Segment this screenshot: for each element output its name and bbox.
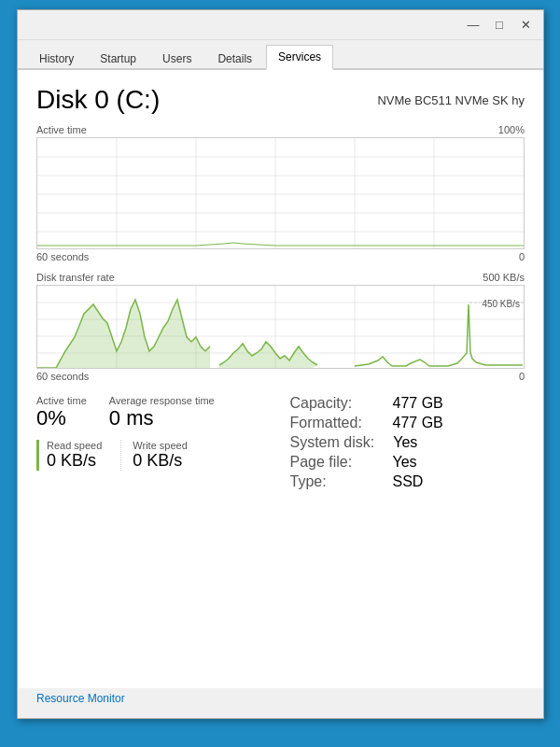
formatted-label: Formatted: xyxy=(290,415,374,431)
chart2-bottom-left: 60 seconds xyxy=(36,371,89,382)
type-value: SSD xyxy=(393,473,424,490)
speed-row: Read speed 0 KB/s Write speed 0 KB/s xyxy=(36,440,272,471)
type-row: Type: SSD xyxy=(290,473,525,490)
disk-model: NVMe BC511 NVMe SK hy xyxy=(377,93,525,107)
maximize-button[interactable]: □ xyxy=(487,15,511,35)
minimize-button[interactable]: — xyxy=(461,15,485,35)
response-time-value: 0 ms xyxy=(109,406,215,430)
chart2-label-row: Disk transfer rate 500 KB/s xyxy=(36,272,525,283)
right-stats-panel: Capacity: 477 GB Formatted: 477 GB Syste… xyxy=(272,395,525,493)
write-speed-label: Write speed xyxy=(133,440,188,451)
left-stats-panel: Active time 0% Average response time 0 m… xyxy=(36,395,272,493)
read-speed-value: 0 KB/s xyxy=(47,451,102,471)
tab-details[interactable]: Details xyxy=(205,47,264,70)
page-file-row: Page file: Yes xyxy=(290,454,525,471)
chart1-label-left: Active time xyxy=(36,124,87,135)
page-file-label: Page file: xyxy=(290,454,374,471)
system-disk-label: System disk: xyxy=(290,434,375,451)
chart2-peak-label: 450 KB/s xyxy=(482,299,520,309)
chart1-bottom-row: 60 seconds 0 xyxy=(36,251,525,262)
chart2-bottom-row: 60 seconds 0 xyxy=(36,371,525,382)
tab-services[interactable]: Services xyxy=(266,45,333,70)
active-time-value: 0% xyxy=(36,406,87,430)
system-disk-value: Yes xyxy=(393,434,417,451)
transfer-rate-section: Disk transfer rate 500 KB/s xyxy=(36,272,525,382)
formatted-row: Formatted: 477 GB xyxy=(290,415,525,431)
chart2-label-right: 500 KB/s xyxy=(483,272,525,283)
active-time-chart xyxy=(36,137,525,249)
response-time-label: Average response time xyxy=(109,395,215,406)
tab-history[interactable]: History xyxy=(27,47,86,70)
read-speed-label: Read speed xyxy=(47,440,102,451)
task-manager-window: — □ ✕ History Startup Users Details Serv… xyxy=(17,9,544,719)
active-time-section: Active time 100% xyxy=(36,124,525,262)
chart1-bottom-left: 60 seconds xyxy=(36,251,89,262)
disk-header: Disk 0 (C:) NVMe BC511 NVMe SK hy xyxy=(36,85,525,115)
tabs-bar: History Startup Users Details Services xyxy=(18,40,543,70)
close-button[interactable]: ✕ xyxy=(513,15,538,35)
chart1-bottom-right: 0 xyxy=(519,251,525,262)
window-controls: — □ ✕ xyxy=(461,15,538,35)
active-time-stat: Active time 0% xyxy=(36,395,87,430)
chart2-bottom-right: 0 xyxy=(519,371,525,382)
response-time-stat: Average response time 0 ms xyxy=(109,395,215,430)
write-speed-block: Write speed 0 KB/s xyxy=(120,440,188,471)
formatted-value: 477 GB xyxy=(393,415,443,431)
chart1-label-right: 100% xyxy=(498,124,525,135)
bottom-stats: Active time 0% Average response time 0 m… xyxy=(36,395,525,493)
title-bar: — □ ✕ xyxy=(18,10,543,40)
tab-users[interactable]: Users xyxy=(150,47,203,70)
svg-marker-20 xyxy=(219,342,317,368)
tab-startup[interactable]: Startup xyxy=(88,47,148,70)
main-content: Disk 0 (C:) NVMe BC511 NVMe SK hy Active… xyxy=(18,70,543,688)
capacity-value: 477 GB xyxy=(393,395,443,412)
read-speed-block: Read speed 0 KB/s xyxy=(36,440,102,471)
chart2-label-left: Disk transfer rate xyxy=(36,272,115,283)
page-file-value: Yes xyxy=(393,454,417,471)
transfer-rate-chart: 450 KB/s xyxy=(36,285,525,369)
type-label: Type: xyxy=(290,473,374,490)
chart1-label-row: Active time 100% xyxy=(36,124,525,135)
capacity-label: Capacity: xyxy=(290,395,374,412)
disk-title: Disk 0 (C:) xyxy=(36,85,160,115)
capacity-row: Capacity: 477 GB xyxy=(290,395,525,412)
write-speed-value: 0 KB/s xyxy=(133,451,188,471)
active-time-label: Active time xyxy=(36,395,87,406)
system-disk-row: System disk: Yes xyxy=(290,434,525,451)
